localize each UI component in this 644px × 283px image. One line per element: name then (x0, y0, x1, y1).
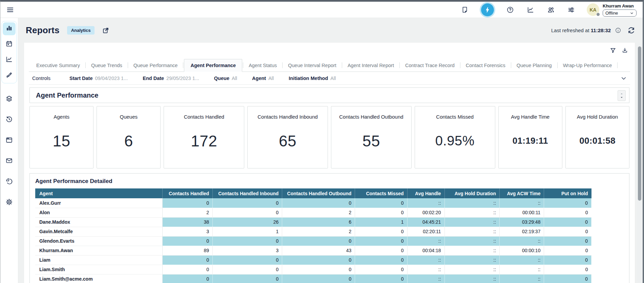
kpi-card-queues: Queues6 (97, 106, 161, 168)
tab-queue-performance[interactable]: Queue Performance (129, 59, 183, 72)
sidebar-item-settings[interactable] (3, 196, 16, 209)
main-area: Reports Analytics Last refreshed at 11:2… (18, 18, 643, 283)
tab-agent-status[interactable]: Agent Status (244, 59, 282, 72)
kpi-card-avg-hold-duration: Avg Hold Duration00:01:58 (565, 106, 629, 168)
notes-icon[interactable] (461, 6, 469, 14)
controls-bar: Controls Start Date09/04/2023 1...End Da… (29, 72, 630, 85)
sliders-icon[interactable] (567, 6, 575, 14)
agent-name-cell: Glendon.Evarts (35, 236, 163, 246)
control-queue[interactable]: QueueAll (214, 76, 237, 81)
control-label: Queue (214, 76, 229, 81)
tab-contract-trace-record[interactable]: Contract Trace Record (400, 59, 459, 72)
table-cell: 43 (282, 246, 355, 255)
section-header: Agent Performance (29, 87, 629, 103)
controls-collapse-icon[interactable] (621, 75, 627, 81)
column-header-avg-acw-time[interactable]: Avg ACW Time (500, 188, 544, 198)
download-icon[interactable] (622, 47, 628, 55)
mail-icon (5, 157, 13, 166)
table-cell: :: (407, 255, 444, 265)
column-header-avg-handle[interactable]: Avg Handle (407, 188, 444, 198)
column-header-contacts-missed[interactable]: Contacts Missed (355, 188, 407, 198)
tab-executive-summary[interactable]: Executive Summary (32, 59, 85, 72)
column-header-contacts-handled-inbound[interactable]: Contacts Handled Inbound (213, 188, 282, 198)
control-start-date[interactable]: Start Date09/04/2023 1... (69, 76, 128, 81)
column-header-agent[interactable]: Agent (35, 188, 163, 198)
tab-queue-interval-report[interactable]: Queue Interval Report (283, 59, 341, 72)
sidebar-item-window[interactable] (3, 134, 16, 147)
table-cell: 0 (213, 265, 282, 274)
topbar-icons (461, 3, 575, 16)
history-icon (5, 116, 13, 124)
sidebar-item-history[interactable] (3, 114, 16, 126)
calendar-icon (5, 40, 13, 49)
table-cell: :: (444, 217, 500, 227)
table-cell: 0 (163, 236, 213, 246)
agent-name-cell: Alon (35, 208, 163, 217)
bolt-icon[interactable] (481, 3, 494, 16)
metrics-icon[interactable] (526, 6, 535, 14)
control-value: 09/04/2023 1... (95, 76, 128, 81)
control-agent[interactable]: AgentAll (252, 76, 274, 81)
filter-icon[interactable] (610, 47, 616, 55)
chevron-down-icon (630, 11, 634, 15)
table-cell: 0 (355, 236, 407, 246)
kpi-card-contacts-handled: Contacts Handled172 (164, 106, 244, 168)
kpi-value: 00:01:58 (579, 120, 615, 168)
kpi-value: 55 (362, 120, 380, 168)
agent-name-cell: Khurram.Awan (35, 246, 163, 255)
tab-queue-planning[interactable]: Queue Planning (512, 59, 557, 72)
help-icon[interactable] (506, 6, 514, 14)
column-header-contacts-handled-outbound[interactable]: Contacts Handled Outbound (282, 188, 355, 198)
control-initiation-method[interactable]: Initiation MethodAll (289, 76, 336, 81)
tab-divider (557, 62, 558, 68)
top-bar: KA Khurram Awan Offline (0, 2, 643, 18)
sidebar-item-pie[interactable] (3, 176, 16, 188)
table-cell: 0 (282, 198, 355, 208)
sidebar-item-reports[interactable] (3, 22, 16, 35)
last-refreshed-text: Last refreshed at 11:28:32 (551, 27, 611, 33)
kpi-value: 15 (53, 120, 70, 168)
section-stepper[interactable] (618, 90, 626, 101)
column-header-contacts-handled[interactable]: Contacts Handled (163, 188, 213, 198)
info-icon[interactable] (615, 27, 621, 34)
tab-wrap-up-performance[interactable]: Wrap-Up Performance (558, 59, 617, 72)
refresh-area: Last refreshed at 11:28:32 (551, 26, 635, 34)
column-header-avg-hold-duration[interactable]: Avg Hold Duration (444, 188, 500, 198)
table-row: Liam.Smith@acme.com0000::::::0 (35, 274, 591, 283)
page-title: Reports (26, 25, 60, 36)
detailed-title: Agent Performance Detailed (35, 178, 624, 185)
sidebar-item-schedule[interactable] (3, 38, 16, 51)
analytics-badge[interactable]: Analytics (67, 26, 95, 35)
table-cell: :: (444, 255, 500, 265)
menu-icon[interactable] (5, 5, 15, 15)
kpi-label: Contacts Handled Inbound (257, 114, 318, 120)
column-header-put-on-hold[interactable]: Put on Hold (544, 188, 591, 198)
design-icon (5, 71, 13, 80)
vertical-scrollbar-thumb[interactable] (638, 46, 641, 201)
sidebar-item-metrics[interactable] (3, 54, 16, 66)
tab-agent-interval-report[interactable]: Agent Interval Report (343, 59, 399, 72)
external-link-icon[interactable] (102, 27, 109, 34)
sidebar-item-layers[interactable] (3, 93, 16, 106)
table-cell: 03:29:48 (500, 217, 544, 227)
table-cell: :: (500, 274, 544, 283)
vertical-scrollbar[interactable] (637, 44, 642, 282)
tab-queue-trends[interactable]: Queue Trends (86, 59, 127, 72)
refresh-icon[interactable] (627, 26, 635, 34)
sidebar-rest (3, 93, 16, 209)
avatar-initials: KA (589, 7, 596, 13)
window-icon (5, 136, 13, 145)
tab-contact-forensics[interactable]: Contact Forensics (461, 59, 510, 72)
users-icon[interactable] (547, 6, 555, 14)
tab-agent-performance[interactable]: Agent Performance (184, 59, 242, 72)
table-cell: 0 (544, 265, 591, 274)
avatar[interactable]: KA (587, 3, 599, 16)
sidebar-item-design[interactable] (3, 69, 16, 82)
kpi-card-contacts-handled-inbound: Contacts Handled Inbound65 (247, 106, 328, 168)
panel-tools (29, 43, 630, 59)
control-end-date[interactable]: End Date29/05/2023 1... (143, 76, 199, 81)
detailed-section: Agent Performance Detailed AgentContacts… (29, 173, 629, 283)
status-select[interactable]: Offline (603, 9, 637, 17)
sidebar-item-mail[interactable] (3, 155, 16, 168)
table-cell: 0 (544, 246, 591, 255)
